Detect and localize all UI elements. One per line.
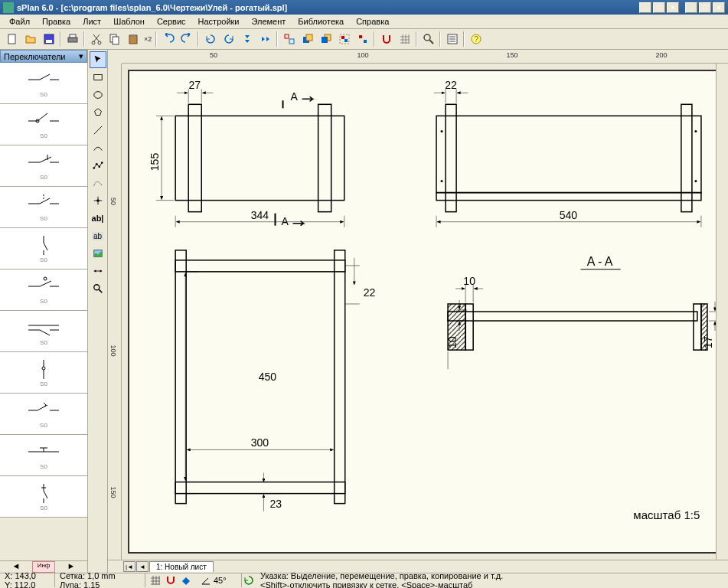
copy-button[interactable]	[106, 31, 123, 47]
paste-button[interactable]	[124, 31, 142, 47]
snap-button[interactable]	[377, 31, 395, 47]
save-button[interactable]	[40, 31, 57, 47]
layer-front-button[interactable]	[299, 31, 316, 47]
menu-help[interactable]: Справка	[350, 15, 395, 28]
svg-point-72	[93, 167, 95, 169]
menu-file[interactable]: Файл	[3, 15, 36, 28]
svg-point-81	[93, 285, 99, 290]
tool-palette: ab| ab	[88, 50, 108, 573]
ruler-horizontal: 50100150200	[122, 50, 728, 64]
sheet-tab-1[interactable]: 1: Новый лист	[149, 561, 214, 572]
cut-button[interactable]	[87, 31, 105, 47]
tool-line[interactable]	[90, 122, 106, 139]
menu-edit[interactable]: Правка	[36, 15, 77, 28]
sheet-nav-prev[interactable]: ◄	[136, 561, 149, 572]
tool-polyline[interactable]	[90, 157, 106, 174]
sheet-tabs: |◄ ◄ 1: Новый лист	[108, 560, 728, 573]
drawing-canvas[interactable]: 27 155 344 A A	[128, 70, 722, 554]
tool-text[interactable]: ab|	[90, 210, 106, 227]
tool-circle[interactable]	[90, 87, 106, 103]
rotate-right-button[interactable]	[220, 31, 237, 47]
doc-minimize-button[interactable]: _	[685, 2, 697, 13]
svg-point-110	[694, 130, 697, 132]
layer-back-button[interactable]	[317, 31, 335, 47]
status-grid-icon[interactable]	[149, 574, 162, 586]
maximize-button[interactable]: □	[653, 2, 665, 13]
tool-rect[interactable]	[90, 69, 106, 86]
svg-rect-85	[188, 104, 201, 211]
group-button[interactable]	[335, 31, 353, 47]
menu-library[interactable]: Библиотека	[292, 15, 350, 28]
library-item[interactable]: S0	[0, 187, 87, 228]
library-header[interactable]: Переключатели▾	[0, 50, 87, 63]
open-button[interactable]	[21, 31, 39, 47]
flip-v-button[interactable]	[256, 31, 274, 47]
svg-point-73	[95, 163, 97, 165]
library-item[interactable]: S0	[0, 435, 87, 476]
tool-zoom[interactable]	[90, 280, 106, 297]
svg-rect-124	[175, 482, 345, 494]
ungroup-button[interactable]	[354, 31, 371, 47]
svg-rect-16	[322, 37, 328, 43]
align-button[interactable]	[280, 31, 298, 47]
library-item[interactable]: S0	[0, 270, 87, 311]
svg-rect-8	[113, 37, 119, 44]
tool-polygon[interactable]	[90, 104, 106, 121]
library-item[interactable]: S0	[0, 352, 87, 394]
scrollbar-vertical[interactable]	[716, 64, 728, 560]
menu-service[interactable]: Сервис	[151, 15, 192, 28]
close-button[interactable]: ×	[667, 2, 679, 13]
find-button[interactable]	[419, 31, 437, 47]
svg-rect-2	[46, 40, 52, 43]
doc-close-button[interactable]: ×	[713, 2, 725, 13]
status-snap-icon[interactable]	[164, 574, 178, 586]
svg-rect-106	[446, 104, 456, 211]
app-icon	[3, 2, 14, 13]
tool-curve[interactable]	[90, 139, 106, 156]
status-hint: Указка: Выделение, перемещение, правка, …	[256, 573, 728, 587]
list-button[interactable]	[443, 31, 461, 47]
tool-bezier[interactable]	[90, 175, 106, 191]
menu-sheet[interactable]: Лист	[77, 15, 107, 28]
tool-node[interactable]	[90, 192, 106, 209]
section-aa: A - A 10	[446, 254, 720, 369]
rotate-left-button[interactable]	[201, 31, 219, 47]
library-item[interactable]: S0	[0, 394, 87, 435]
status-fill-icon[interactable]	[179, 574, 193, 586]
svg-line-46	[44, 243, 47, 250]
tool-dimension[interactable]	[90, 263, 106, 279]
help-button[interactable]: ?	[467, 31, 485, 47]
svg-rect-69	[93, 75, 102, 80]
tool-pointer[interactable]	[90, 51, 106, 68]
library-item[interactable]: S0	[0, 63, 87, 104]
status-angle: 45°	[196, 573, 242, 587]
tool-label[interactable]: ab	[90, 227, 106, 244]
svg-rect-19	[344, 39, 348, 42]
minimize-button[interactable]: _	[639, 2, 651, 13]
menu-element[interactable]: Элемент	[245, 15, 292, 28]
scale-text: масштаб 1:5	[633, 508, 700, 521]
svg-line-42	[40, 198, 50, 204]
menu-template[interactable]: Шаблон	[107, 15, 151, 28]
menu-settings[interactable]: Настройки	[192, 15, 246, 28]
svg-line-38	[40, 157, 51, 162]
grid-button[interactable]	[396, 31, 413, 47]
print-button[interactable]	[64, 31, 81, 47]
tool-image[interactable]	[90, 245, 106, 262]
undo-button[interactable]	[159, 31, 177, 47]
library-item[interactable]: S0	[0, 104, 87, 145]
library-item[interactable]: S0	[0, 476, 87, 518]
status-grid-zoom: Сетка: 1,0 mmЛупа: 1,15	[55, 573, 145, 587]
sheet-nav-first[interactable]: |◄	[123, 561, 135, 572]
svg-text:10: 10	[446, 336, 459, 348]
flip-h-button[interactable]	[238, 31, 256, 47]
library-item[interactable]: S0	[0, 311, 87, 352]
library-item[interactable]: S0	[0, 145, 87, 187]
library-item[interactable]: S0	[0, 228, 87, 270]
doc-maximize-button[interactable]: □	[699, 2, 711, 13]
redo-button[interactable]	[178, 31, 195, 47]
statusbar: X: 143,0Y: 112,0 Сетка: 1,0 mmЛупа: 1,15…	[0, 573, 728, 587]
new-button[interactable]	[3, 31, 21, 47]
svg-text:10: 10	[463, 275, 475, 287]
status-refresh-icon[interactable]	[242, 574, 256, 586]
